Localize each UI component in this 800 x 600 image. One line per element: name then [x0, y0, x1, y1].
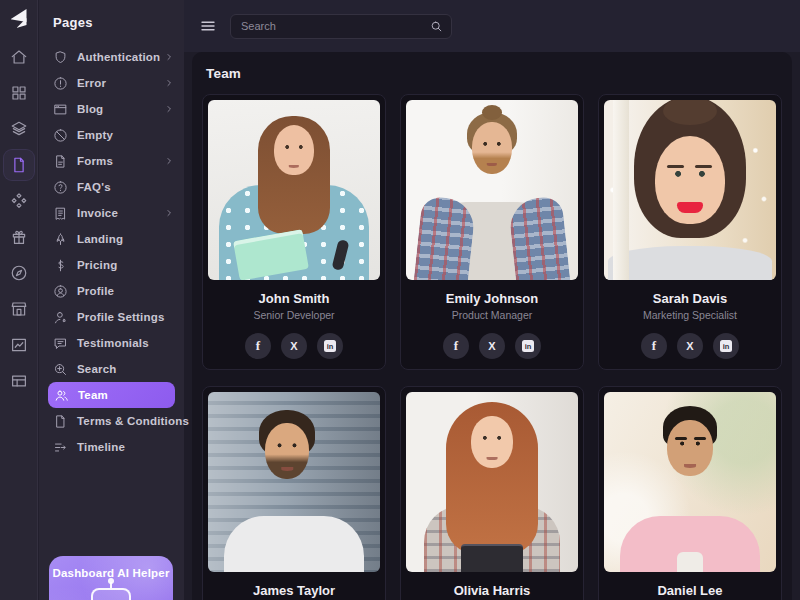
- search-box: [230, 14, 452, 39]
- sidebar-item-blog[interactable]: Blog: [39, 96, 184, 122]
- icon-rail: [0, 0, 38, 600]
- facebook-icon: f: [652, 338, 656, 354]
- sidebar-item-profile-settings[interactable]: Profile Settings: [39, 304, 184, 330]
- x-button[interactable]: X: [281, 333, 307, 359]
- rail-item-compass[interactable]: [4, 258, 34, 288]
- linkedin-icon: in: [522, 340, 534, 352]
- sidebar-item-search[interactable]: Search: [39, 356, 184, 382]
- linkedin-button[interactable]: in: [713, 333, 739, 359]
- layers-icon: [10, 120, 28, 138]
- sidebar-item-testimonials[interactable]: Testimonials: [39, 330, 184, 356]
- chart-icon: [10, 336, 28, 354]
- sidebar-item-timeline[interactable]: Timeline: [39, 434, 184, 460]
- sidebar-item-landing[interactable]: Landing: [39, 226, 184, 252]
- sidebar-item-forms[interactable]: Forms: [39, 148, 184, 174]
- rocket-icon: [53, 232, 68, 247]
- x-icon: X: [488, 340, 495, 352]
- facebook-button[interactable]: f: [245, 333, 271, 359]
- linkedin-button[interactable]: in: [317, 333, 343, 359]
- sidebar-title: Pages: [39, 0, 184, 42]
- rail-item-gift[interactable]: [4, 222, 34, 252]
- sidebar-item-label: Error: [77, 77, 164, 89]
- facebook-button[interactable]: f: [443, 333, 469, 359]
- app-logo-icon[interactable]: [0, 0, 38, 36]
- shield-icon: [53, 50, 68, 65]
- sidebar-item-authentication[interactable]: Authentication: [39, 44, 184, 70]
- rail-item-store[interactable]: [4, 294, 34, 324]
- help-icon: [53, 180, 68, 195]
- member-photo: [604, 392, 776, 572]
- sidebar-item-team[interactable]: Team: [48, 382, 175, 408]
- chat-icon: [53, 336, 68, 351]
- facebook-button[interactable]: f: [641, 333, 667, 359]
- social-links: fXin: [208, 333, 380, 359]
- x-icon: X: [290, 340, 297, 352]
- rail-item-file[interactable]: [4, 150, 34, 180]
- team-panel: Team John SmithSenior DeveloperfXinEmily…: [192, 52, 792, 600]
- member-name: Olivia Harris: [406, 583, 578, 598]
- social-links: fXin: [604, 333, 776, 359]
- timeline-icon: [53, 440, 68, 455]
- member-photo: [406, 100, 578, 280]
- sidebar-item-label: Empty: [77, 129, 174, 141]
- chevron-right-icon: [164, 208, 174, 218]
- rail-item-grid[interactable]: [4, 78, 34, 108]
- sidebar-item-pricing[interactable]: Pricing: [39, 252, 184, 278]
- member-role: Product Manager: [406, 309, 578, 321]
- file-icon: [10, 156, 28, 174]
- sidebar-item-label: FAQ's: [77, 181, 174, 193]
- menu-toggle-icon[interactable]: [196, 14, 220, 38]
- rail-item-diamonds[interactable]: [4, 186, 34, 216]
- linkedin-button[interactable]: in: [515, 333, 541, 359]
- fileText-icon: [53, 154, 68, 169]
- x-button[interactable]: X: [479, 333, 505, 359]
- page-title: Team: [206, 66, 782, 81]
- grid-icon: [10, 84, 28, 102]
- member-role: Marketing Specialist: [604, 309, 776, 321]
- facebook-icon: f: [256, 338, 260, 354]
- linkedin-icon: in: [324, 340, 336, 352]
- chevron-right-icon: [164, 52, 174, 62]
- sidebar-item-label: Search: [77, 363, 174, 375]
- member-role: Senior Developer: [208, 309, 380, 321]
- sidebar-item-error[interactable]: Error: [39, 70, 184, 96]
- search-icon: [430, 20, 443, 33]
- member-name: John Smith: [208, 291, 380, 306]
- sidebar-item-label: Timeline: [77, 441, 174, 453]
- sidebar-item-label: Testimonials: [77, 337, 174, 349]
- store-icon: [10, 300, 28, 318]
- x-button[interactable]: X: [677, 333, 703, 359]
- dashboard-ai-helper-card[interactable]: Dashboard AI Helper: [49, 556, 173, 600]
- rail-item-layers[interactable]: [4, 114, 34, 144]
- sidebar-item-label: Team: [78, 389, 171, 401]
- sidebar-item-faq-s[interactable]: FAQ's: [39, 174, 184, 200]
- rail-item-tableIc[interactable]: [4, 366, 34, 396]
- member-name: Emily Johnson: [406, 291, 578, 306]
- sidebar-item-label: Forms: [77, 155, 164, 167]
- team-member-card: John SmithSenior DeveloperfXin: [202, 94, 386, 370]
- topbar: [184, 0, 800, 52]
- rail-item-home[interactable]: [4, 42, 34, 72]
- chevron-right-icon: [164, 156, 174, 166]
- team-member-card: Sarah DavisMarketing SpecialistfXin: [598, 94, 782, 370]
- team-member-card: Daniel LeeSoftware EngineerfXin: [598, 386, 782, 600]
- sidebar-item-profile[interactable]: Profile: [39, 278, 184, 304]
- chevron-right-icon: [164, 78, 174, 88]
- sidebar-item-invoice[interactable]: Invoice: [39, 200, 184, 226]
- member-name: Sarah Davis: [604, 291, 776, 306]
- sidebar-item-label: Landing: [77, 233, 174, 245]
- userCircle-icon: [53, 284, 68, 299]
- sidebar-item-empty[interactable]: Empty: [39, 122, 184, 148]
- search-input[interactable]: [241, 20, 430, 32]
- team-grid: John SmithSenior DeveloperfXinEmily John…: [202, 94, 782, 600]
- rail-item-chart[interactable]: [4, 330, 34, 360]
- tableIc-icon: [10, 372, 28, 390]
- sidebar-item-label: Terms & Conditions: [77, 415, 189, 427]
- pages-sidebar: Pages AuthenticationErrorBlogEmptyFormsF…: [39, 0, 184, 600]
- sidebar-item-terms-conditions[interactable]: Terms & Conditions: [39, 408, 184, 434]
- team-member-card: Emily JohnsonProduct ManagerfXin: [400, 94, 584, 370]
- compass-icon: [10, 264, 28, 282]
- gift-icon: [10, 228, 28, 246]
- searchPlus-icon: [53, 362, 68, 377]
- social-links: fXin: [406, 333, 578, 359]
